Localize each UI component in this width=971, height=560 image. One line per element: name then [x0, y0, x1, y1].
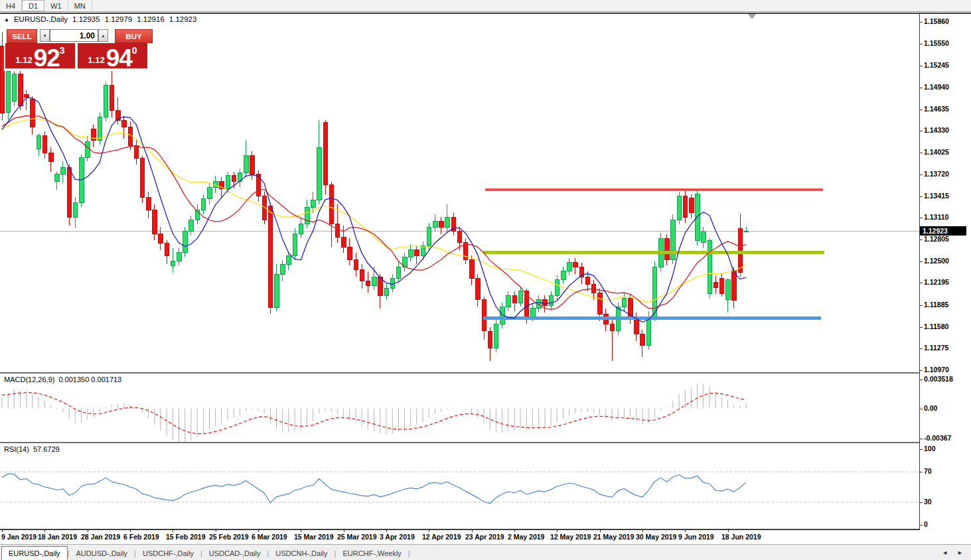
sell-quote-button[interactable]: 1.12 92 3 [5, 43, 75, 68]
buy-button[interactable]: BUY [115, 29, 153, 43]
date-label: 15 Feb 2019 [166, 533, 206, 541]
axis-tick [919, 439, 923, 439]
date-tick [642, 529, 643, 532]
date-label: 9 Jan 2019 [1, 533, 37, 541]
date-tick [728, 529, 729, 532]
axis-tick [919, 218, 923, 218]
sell-price-big: 92 [34, 48, 60, 68]
date-label: 18 Jun 2019 [721, 533, 761, 541]
buy-price-prefix: 1.12 [88, 55, 104, 65]
chart-tab-audusd-daily[interactable]: AUDUSD-,Daily [69, 547, 134, 560]
axis-label: 1.10970 [924, 366, 949, 374]
one-click-trading-panel: SELL ▼ ▲ BUY 1.12 92 3 1.12 94 0 [4, 27, 154, 71]
axis-tick [919, 261, 923, 262]
axis-label: 0 [924, 520, 928, 528]
chart-tab-usdcad-daily[interactable]: USDCAD-,Daily [202, 547, 267, 560]
axis-tick [919, 44, 923, 44]
terminal-window: H4D1W1MN ▲ EURUSD-,Daily 1.12935 1.12979… [0, 0, 971, 560]
collapse-quotes-icon[interactable]: ▲ [4, 17, 9, 23]
axis-tick [919, 502, 923, 503]
timeframe-tab-w1[interactable]: W1 [44, 0, 68, 11]
tab-scroll-buttons: ◄ ► [942, 549, 963, 556]
axis-label: 1.13110 [924, 213, 948, 221]
axis-label: 1.15550 [924, 39, 949, 47]
axis-tick [919, 348, 923, 349]
ohlc-high: 1.12979 [105, 15, 133, 23]
axis-tick [919, 88, 923, 88]
date-label: 6 Feb 2019 [123, 533, 159, 541]
macd-pane-splitter[interactable] [0, 372, 920, 374]
axis-tick [919, 131, 923, 131]
macd-name: MACD(12,26,9) [4, 376, 54, 384]
date-tick [344, 529, 344, 532]
axis-label: 1.13720 [924, 170, 949, 178]
ohlc-open: 1.12935 [72, 15, 100, 23]
axis-tick [919, 305, 923, 306]
rsi-pane-splitter[interactable] [0, 442, 920, 443]
chart-symbol-label: EURUSD-,Daily [14, 15, 68, 23]
date-tick [301, 529, 301, 532]
date-tick [173, 529, 173, 532]
macd-indicator-label: MACD(12,26,9) 0.001350 0.001713 [4, 376, 121, 384]
date-tick [2, 529, 3, 532]
chart-tab-eurusd-daily[interactable]: EURUSD-,Daily [1, 546, 68, 560]
chart-tab-usdcnh-daily[interactable]: USDCNH-,Daily [269, 547, 334, 560]
chart-canvas[interactable] [0, 0, 971, 531]
date-label: 2 May 2019 [508, 533, 544, 541]
date-label: 15 Mar 2019 [294, 533, 334, 541]
spin-up-icon: ▲ [102, 34, 106, 38]
volume-decrease-button[interactable]: ▼ [40, 29, 50, 42]
timeframe-bar: H4D1W1MN [0, 0, 971, 12]
rsi-name: RSI(14) [4, 445, 29, 453]
axis-label: 1.13415 [924, 192, 949, 200]
scroll-left-icon[interactable]: ◄ [942, 549, 948, 556]
date-label: 21 May 2019 [593, 533, 634, 541]
chart-tabs: EURUSD-,Daily|AUDUSD-,Daily|USDCHF-,Dail… [0, 545, 971, 560]
date-label: 28 Jan 2019 [81, 533, 120, 541]
axis-tick [919, 327, 923, 328]
axis-label: 1.15245 [924, 61, 949, 69]
axis-tick [919, 525, 923, 525]
buy-price-big: 94 [106, 48, 132, 68]
date-label: 9 Jun 2019 [678, 533, 714, 541]
date-tick [514, 529, 515, 532]
sell-button[interactable]: SELL [7, 29, 37, 43]
volume-input[interactable] [50, 29, 98, 42]
date-label: 12 Apr 2019 [422, 533, 461, 541]
timeframe-tab-h4[interactable]: H4 [0, 0, 22, 11]
chart-shift-marker-icon[interactable] [748, 14, 756, 19]
axis-label: 1.14025 [924, 148, 949, 156]
axis-label: 1.11885 [924, 301, 948, 309]
price-axis-line [919, 13, 920, 529]
axis-label: 1.15860 [924, 17, 949, 25]
sell-price-prefix: 1.12 [15, 55, 32, 65]
timeframe-tab-mn[interactable]: MN [68, 0, 92, 11]
axis-label: 1.12500 [924, 257, 949, 265]
axis-label: 1.14330 [924, 126, 949, 134]
axis-tick [919, 109, 923, 110]
spin-down-icon: ▼ [43, 34, 47, 38]
date-tick [472, 529, 473, 532]
axis-tick [919, 153, 923, 153]
chart-title: ▲ EURUSD-,Daily 1.12935 1.12979 1.12916 … [4, 15, 196, 23]
date-tick [216, 529, 216, 532]
axis-tick [919, 196, 923, 197]
axis-tick [919, 66, 923, 66]
chart-tab-eurchf-weekly[interactable]: EURCHF-,Weekly [336, 547, 408, 560]
axis-label: 1.14940 [924, 83, 949, 91]
axis-label: -0.00367 [924, 434, 951, 442]
volume-increase-button[interactable]: ▲ [98, 29, 108, 42]
buy-quote-button[interactable]: 1.12 94 0 [78, 43, 147, 68]
date-tick [685, 529, 686, 532]
timeframe-tab-d1[interactable]: D1 [22, 0, 44, 11]
axis-label: 1.14635 [924, 105, 949, 113]
axis-label: 1.12805 [924, 235, 949, 243]
scroll-right-icon[interactable]: ► [957, 549, 963, 556]
date-label: 30 May 2019 [636, 533, 676, 541]
date-tick [258, 529, 259, 532]
chart-tab-usdchf-daily[interactable]: USDCHF-,Daily [136, 547, 200, 560]
date-tick [600, 529, 601, 532]
axis-label: 70 [924, 467, 932, 475]
axis-tick [919, 240, 923, 240]
axis-tick [919, 409, 923, 409]
